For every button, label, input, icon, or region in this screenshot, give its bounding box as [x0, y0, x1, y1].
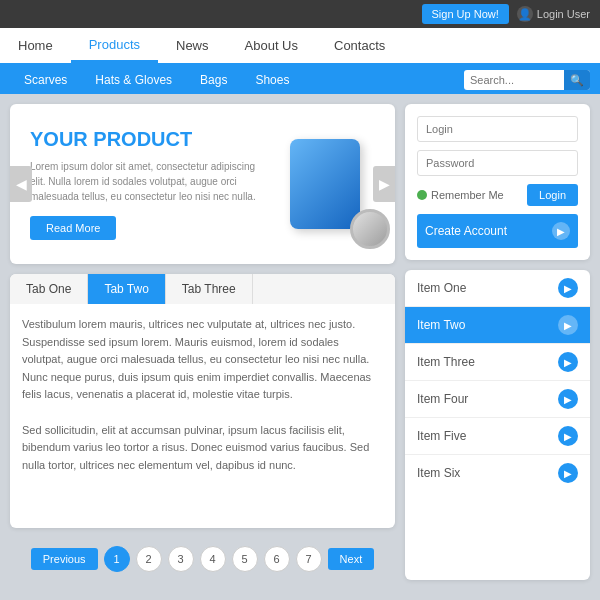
page-1-button[interactable]: 1 — [104, 546, 130, 572]
page-5-button[interactable]: 5 — [232, 546, 258, 572]
right-panel: Remember Me Login Create Account ▶ Item … — [405, 104, 590, 580]
password-input[interactable] — [417, 150, 578, 176]
list-item-two-arrow: ▶ — [558, 315, 578, 335]
list-box: Item One ▶ Item Two ▶ Item Three ▶ Item … — [405, 270, 590, 580]
slider-title: YOUR PRODUCT — [30, 128, 265, 151]
page-6-button[interactable]: 6 — [264, 546, 290, 572]
list-item-six-label: Item Six — [417, 466, 460, 480]
list-item-four-arrow: ▶ — [558, 389, 578, 409]
list-item-three-arrow: ▶ — [558, 352, 578, 372]
product-shape — [290, 139, 360, 229]
page-2-button[interactable]: 2 — [136, 546, 162, 572]
slider-product — [275, 129, 375, 239]
prev-page-button[interactable]: Previous — [31, 548, 98, 570]
list-item-four-label: Item Four — [417, 392, 468, 406]
user-icon: 👤 — [517, 6, 533, 22]
next-page-button[interactable]: Next — [328, 548, 375, 570]
nav-item-products[interactable]: Products — [71, 28, 158, 63]
list-item-one-arrow: ▶ — [558, 278, 578, 298]
subnav-item-hats[interactable]: Hats & Gloves — [81, 73, 186, 87]
list-item-three-label: Item Three — [417, 355, 475, 369]
subnav-item-scarves[interactable]: Scarves — [10, 73, 81, 87]
remember-me-text: Remember Me — [431, 189, 504, 201]
list-item-one[interactable]: Item One ▶ — [405, 270, 590, 307]
list-item-five-arrow: ▶ — [558, 426, 578, 446]
nav-item-news[interactable]: News — [158, 28, 227, 63]
remember-login-row: Remember Me Login — [417, 184, 578, 206]
tabs-header: Tab One Tab Two Tab Three — [10, 274, 395, 304]
left-panel: ◀ YOUR PRODUCT Lorem ipsum dolor sit ame… — [10, 104, 395, 580]
product-disc — [350, 209, 390, 249]
login-input[interactable] — [417, 116, 578, 142]
search-input[interactable] — [464, 74, 564, 86]
login-user-label: 👤 Login User — [517, 6, 590, 22]
tab-one-button[interactable]: Tab One — [10, 274, 88, 304]
nav-item-about[interactable]: About Us — [227, 28, 316, 63]
list-item-five-label: Item Five — [417, 429, 466, 443]
signup-button[interactable]: Sign Up Now! — [422, 4, 509, 24]
tab-two-button[interactable]: Tab Two — [88, 274, 165, 304]
page-4-button[interactable]: 4 — [200, 546, 226, 572]
top-bar: Sign Up Now! 👤 Login User — [0, 0, 600, 28]
slider-description: Lorem ipsum dolor sit amet, consectetur … — [30, 159, 265, 204]
page-3-button[interactable]: 3 — [168, 546, 194, 572]
nav-item-contacts[interactable]: Contacts — [316, 28, 403, 63]
list-item-two[interactable]: Item Two ▶ — [405, 307, 590, 344]
list-item-six-arrow: ▶ — [558, 463, 578, 483]
create-account-label: Create Account — [425, 224, 507, 238]
search-button[interactable]: 🔍 — [564, 70, 590, 90]
read-more-button[interactable]: Read More — [30, 216, 116, 240]
tab-three-button[interactable]: Tab Three — [166, 274, 253, 304]
nav-bar: Home Products News About Us Contacts — [0, 28, 600, 66]
slider-prev-arrow[interactable]: ◀ — [10, 166, 32, 202]
list-item-four[interactable]: Item Four ▶ — [405, 381, 590, 418]
subnav-item-shoes[interactable]: Shoes — [241, 73, 303, 87]
remember-me-label: Remember Me — [417, 189, 504, 201]
main-content: ◀ YOUR PRODUCT Lorem ipsum dolor sit ame… — [0, 94, 600, 590]
login-button[interactable]: Login — [527, 184, 578, 206]
list-item-three[interactable]: Item Three ▶ — [405, 344, 590, 381]
slider: ◀ YOUR PRODUCT Lorem ipsum dolor sit ame… — [10, 104, 395, 264]
sub-nav: Scarves Hats & Gloves Bags Shoes 🔍 — [0, 66, 600, 94]
list-item-six[interactable]: Item Six ▶ — [405, 455, 590, 491]
create-account-button[interactable]: Create Account ▶ — [417, 214, 578, 248]
pagination: Previous 1 2 3 4 5 6 7 Next — [10, 538, 395, 580]
create-account-arrow-icon: ▶ — [552, 222, 570, 240]
slider-next-arrow[interactable]: ▶ — [373, 166, 395, 202]
subnav-item-bags[interactable]: Bags — [186, 73, 241, 87]
list-item-one-label: Item One — [417, 281, 466, 295]
tab-content: Vestibulum lorem mauris, ultrices nec vu… — [10, 304, 395, 528]
search-bar: 🔍 — [464, 70, 590, 90]
list-item-five[interactable]: Item Five ▶ — [405, 418, 590, 455]
slider-text: YOUR PRODUCT Lorem ipsum dolor sit amet,… — [30, 128, 275, 240]
tabs-box: Tab One Tab Two Tab Three Vestibulum lor… — [10, 274, 395, 528]
login-user-text: Login User — [537, 8, 590, 20]
nav-item-home[interactable]: Home — [0, 28, 71, 63]
page-7-button[interactable]: 7 — [296, 546, 322, 572]
tab-paragraph-1: Vestibulum lorem mauris, ultrices nec vu… — [22, 316, 383, 404]
list-item-two-label: Item Two — [417, 318, 465, 332]
remember-dot — [417, 190, 427, 200]
login-box: Remember Me Login Create Account ▶ — [405, 104, 590, 260]
tab-paragraph-2: Sed sollicitudin, elit at accumsan pulvi… — [22, 422, 383, 475]
